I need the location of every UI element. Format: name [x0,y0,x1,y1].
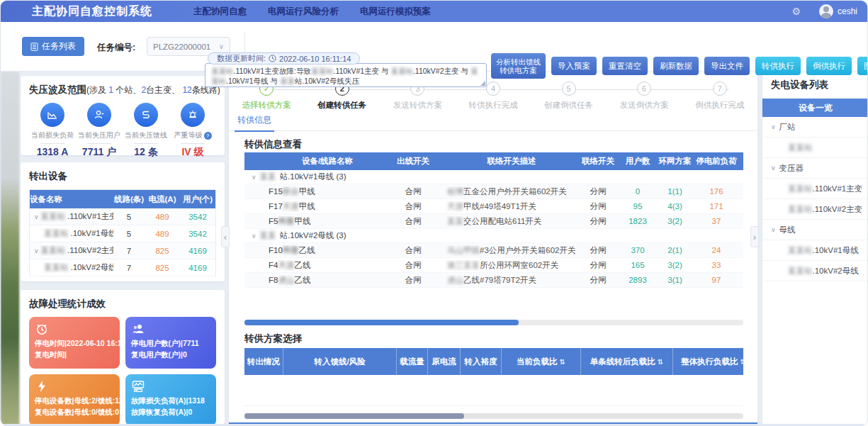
sort-icon[interactable]: ⇅ [560,358,565,366]
tree-leaf[interactable]: 某某站.10kV#1母线 [762,240,868,261]
table-row[interactable]: F17天涯甲线合闸天涯甲线#49塔49T1开关分闸954(3)171未执行F7天… [244,199,743,214]
step-number: 6 [637,82,651,96]
caret-down-icon[interactable]: ∨ [252,174,257,181]
caret-down-icon[interactable]: ∨ [34,247,39,254]
nav-tab[interactable]: 电网运行风险分析 [268,6,339,18]
toolbar-button[interactable]: 分析转出馈线转供电方案 [491,53,546,79]
toolbar-button[interactable]: 转供执行 [755,57,801,75]
stat-line: 停电设备数|母线:2/馈线:12 [35,395,114,406]
column-header: 用户(个) [180,194,215,205]
pre-outage-load: 37 [694,217,738,225]
tree-leaf[interactable]: 某某站 [762,138,868,158]
column-header: 联络开关描述 [440,156,576,167]
stat-line: 故障恢复负荷(A)|0 [131,406,210,417]
tree-node[interactable]: ∨厂站 [762,117,868,138]
collapse-right-icon[interactable]: › [750,226,759,247]
nav-tab[interactable]: 电网运行模拟预案 [360,6,431,18]
toolbar-button[interactable]: 导出文件 [704,57,750,75]
column-header: 联络开关 [576,156,620,167]
transfer-info-table: 设备/线路名称出线开关联络开关描述联络开关用户数环网方案停电前负荷执行状态转入馈… [244,152,743,288]
current-value: 489 [145,230,180,238]
table-row[interactable]: F15联合甲线合闸创博五金公用户外开关箱602开关分闸01(1)176未执行F1… [244,184,743,199]
table-row[interactable]: ∨某某站.110kV#1主变54893542 [30,208,215,225]
table-row[interactable]: ∨某某站.110kV#2主变78254169 [30,242,215,259]
step-label: 发送转供方案 [393,100,442,111]
user-count: 1823 [620,217,655,225]
stat-cards: 停电时间|2022-06-10 16:11复电时间|停电用户数(户)|7711复… [29,317,216,426]
table-row[interactable]: F10网覆乙线合闸马山甲线#3公用户外开关箱602开关分闸3702(1)24未执… [244,243,743,258]
table-row[interactable]: F5网覆甲线合闸某某交公用配电站611开关分闸18233(2)37未执行F16马… [244,214,743,229]
toolbar-button[interactable]: 重置清空 [602,57,648,75]
sort-icon[interactable]: ⇅ [658,358,663,366]
tree-leaf[interactable]: 某某站.110kV#2主变 [762,199,868,220]
caret-down-icon[interactable]: ∨ [771,226,776,233]
column-header[interactable]: 整体执行负载比⇅ [673,348,743,375]
column-header: 用户数 [620,156,655,167]
update-time-pill: 数据更新时间: 2022-06-10 16:11:14 [208,52,360,65]
horizontal-scrollbar[interactable] [244,320,743,325]
caret-down-icon[interactable]: ∨ [34,213,39,220]
column-header[interactable]: 当前负载比⇅ [502,348,581,375]
step-label: 转供执行完成 [469,100,518,111]
user-icon [87,103,111,127]
stat-line: 复电设备数|母线:0/馈线:0 [35,406,114,417]
pre-outage-load: 33 [694,261,738,269]
tree-leaf[interactable]: 某某站.110kV#1主变 [762,179,868,199]
feeder-name: F8虎山乙线 [244,275,386,286]
stepper-step[interactable]: 7倒供执行完成 [682,77,757,111]
task-list-button[interactable]: 任务列表 [22,37,84,56]
avatar [819,4,833,18]
divider [181,143,205,144]
tab-transfer-info[interactable]: 转供信息 [235,114,274,132]
caret-down-icon[interactable]: ∨ [771,164,776,172]
table-row[interactable]: 某某站.10kV#1母线54893542 [30,225,215,242]
lightning-icon [35,379,114,395]
stat-card: 停电用户数(户)|7711复电用户数(户)|0 [125,317,216,369]
column-header[interactable]: 单条线转后负载比⇅ [581,348,673,375]
nav-tab[interactable]: 主配协同自愈 [193,6,247,18]
table-row[interactable]: F8虎山乙线合闸虎山乙线#79塔79T2开关分闸28933(1)97未执行F5和… [244,273,743,288]
tree-leaf[interactable]: 某某站.10kV#2母线 [762,261,868,281]
stat-card: 故障损失负荷(A)|1318故障恢复负荷(A)|0 [125,374,216,426]
divider [40,143,64,144]
help-icon[interactable]: ? [204,132,212,140]
tree-node[interactable]: ∨变压器 [762,158,868,179]
main-nav: 主配协同自愈电网运行风险分析电网运行模拟预案 [193,6,431,18]
horizontal-scrollbar[interactable] [244,413,743,419]
gear-icon[interactable]: ⚙ [791,6,801,17]
column-header: 设备名称 [30,194,113,205]
stepper-step[interactable]: 5创建倒供任务 [531,77,607,111]
tree-node[interactable]: ∨母线 [762,220,868,240]
toolbar-button[interactable]: 图形分析 [857,57,868,75]
fault-description-textarea[interactable]: 某某站.110kV#1主变故障:导致某某站.110kV#1主变 与 某某站.11… [205,63,487,87]
caret-down-icon[interactable]: ∨ [252,232,257,240]
exec-status: 未执行 [738,216,743,227]
out-switch-state: 合闸 [386,260,440,271]
column-header: 转入馈线/风险 [283,348,397,375]
collapse-left-icon[interactable]: ‹ [221,226,230,247]
transfer-out-panel: 转出设备 设备名称线路(条)电流(A)用户(个) ∨某某站.110kV#1主变5… [21,162,225,281]
column-header: 出线开关 [386,156,440,167]
group-row[interactable]: ∨某某站.10kV#2母线 (3) [244,229,743,243]
user-menu[interactable]: ceshi [819,4,857,18]
current-value: 825 [145,264,180,272]
table-row[interactable]: F4天涯乙线合闸第三某某所公用环网室602开关分闸1653(2)33未执行F8看… [244,258,743,273]
users-value: 3542 [180,213,215,221]
impact-stats: 当前损失负荷1318 A当前失压用户7711 户当前失压馈线12 条严重等级?I… [29,103,216,159]
toolbar-button[interactable]: 倒供执行 [806,57,852,75]
column-header: 载流量 [397,348,428,375]
toolbar: 任务列表 任务编号: PLZG22000001∨ 数据更新时间: 2022-06… [1,22,867,72]
stepper-step[interactable]: 6发送倒供方案 [607,77,682,111]
username: ceshi [838,6,857,16]
pre-outage-load: 176 [694,187,738,196]
group-row[interactable]: ∨某某站.10kV#1母线 (3) [244,170,743,184]
stat-line: 复电时间| [35,349,114,360]
table-row[interactable]: 某某站.10kV#2母线78254169 [30,259,215,276]
sort-icon[interactable]: ⇅ [740,358,743,366]
tie-switch-state: 分闸 [576,245,620,256]
toolbar-button[interactable]: 刷新数据 [653,57,699,75]
caret-down-icon[interactable]: ∨ [771,123,776,130]
device-name: 某某站.10kV#1母线 [30,228,113,239]
toolbar-button[interactable]: 导入预案 [551,57,597,75]
impact-panel: 失压波及范围(涉及 1 个站、2台主变、 12条线路) 当前损失负荷1318 A… [21,76,225,155]
